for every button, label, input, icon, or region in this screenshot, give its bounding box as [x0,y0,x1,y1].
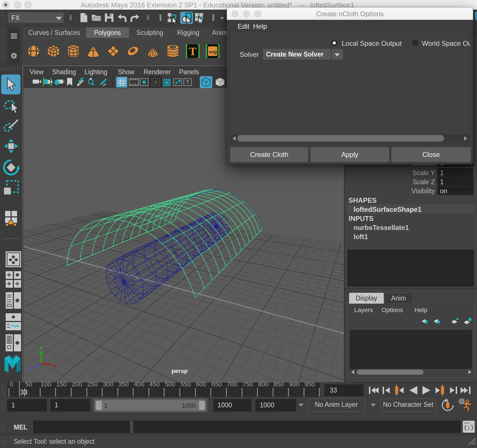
svg-text:x: x [54,364,57,369]
svg-text:svg: svg [208,49,217,55]
svg-text:33: 33 [20,389,28,396]
svg-text:800: 800 [258,381,269,388]
svg-text:1000: 1000 [320,381,321,388]
svg-text:250: 250 [87,381,98,388]
svg-text:200: 200 [72,381,82,388]
svg-text:650: 650 [211,381,222,388]
svg-text:850: 850 [273,381,284,388]
svg-text:Y: Y [40,345,43,351]
svg-text:350: 350 [118,381,129,388]
svg-text:100: 100 [41,381,51,388]
svg-text:450: 450 [149,381,160,388]
svg-text:persp: persp [171,368,188,374]
svg-text:700: 700 [227,381,237,388]
svg-text:0: 0 [10,381,13,388]
svg-text:T: T [186,80,189,85]
svg-text:150: 150 [56,381,67,388]
svg-text:550: 550 [181,381,191,388]
svg-text:750: 750 [242,381,253,388]
svg-text:z: z [29,366,32,372]
svg-text:T: T [189,45,197,58]
svg-text:900: 900 [289,381,300,388]
svg-text:600: 600 [196,381,206,388]
svg-text:{;}: {;} [464,424,474,431]
svg-text:300: 300 [103,381,113,388]
svg-text:500: 500 [165,381,175,388]
svg-text:950: 950 [304,381,315,388]
svg-text:400: 400 [134,381,144,388]
svg-text:50: 50 [25,381,32,388]
